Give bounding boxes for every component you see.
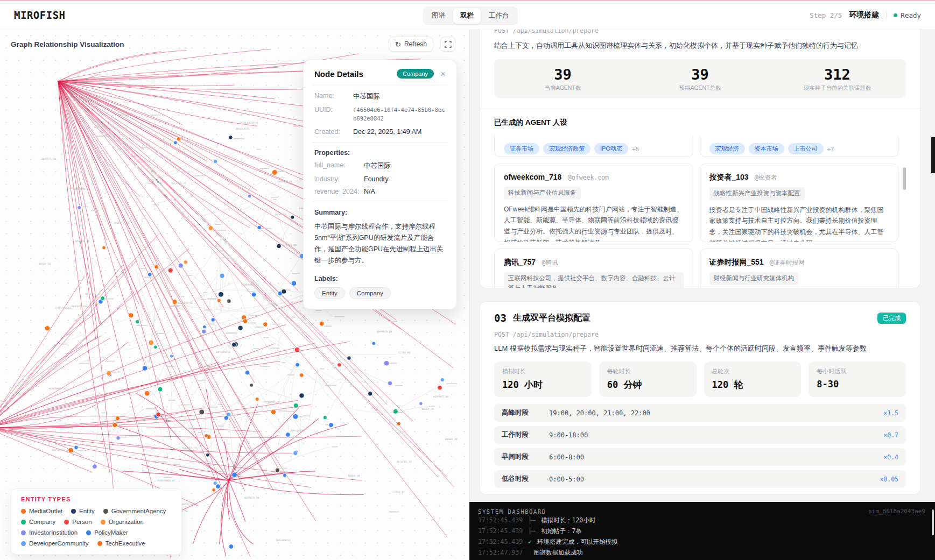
refresh-label: Refresh [404, 40, 427, 48]
terminal-title: SYSTEM DASHBOARD [478, 508, 546, 515]
tab-graph[interactable]: 图谱 [425, 8, 452, 24]
field-label: UUID: [314, 106, 353, 123]
agent-cards-list: 证券市场 宏观经济政策 IPO动态 +5 宏观经济 资本市场 上市公司 +7 [494, 134, 906, 288]
topic-tag: 宏观经济政策 [543, 143, 590, 154]
list-scrollbar-thumb[interactable] [903, 167, 906, 190]
param-round-length: 每轮时长60 分钟 [599, 361, 697, 397]
param-total-rounds: 总轮次120 轮 [704, 361, 802, 397]
agent-card[interactable]: 投资者_103 @投资者 战略性新兴产业投资与资本配置 投资者是专注于中国战略性… [700, 164, 899, 242]
legend-item: Entity [71, 508, 95, 514]
legend-item: InvestorInstitution [21, 529, 78, 536]
step-title: 环境搭建 [849, 10, 879, 20]
stat-topics: 312现实种子当前的关联话题数 [769, 66, 906, 92]
legend-dot-icon [103, 509, 108, 514]
svg-text:REPORTS_ON: REPORTS_ON [244, 497, 259, 500]
agent-role-tag: 互联网科技公司，提供社交平台、数字内容、金融科技、云计算与人工智能服务 [504, 272, 684, 288]
svg-text:CITED_BY: CITED_BY [398, 351, 410, 355]
agent-name: ofweekcom_718 [504, 173, 561, 181]
refresh-icon: ↻ [395, 40, 401, 48]
topic-tag: IPO动态 [594, 143, 628, 154]
log-line: 17:52:47.937 图谱数据加载成功 [478, 548, 935, 558]
agent-card[interactable]: 腾讯_757 @腾讯 互联网科技公司，提供社交平台、数字内容、金融科技、云计算与… [494, 249, 693, 288]
period-multiplier: ×1.5 [883, 409, 898, 417]
agent-card-partial[interactable]: 宏观经济 资本市场 上市公司 +7 [700, 134, 899, 157]
fullscreen-button[interactable] [440, 37, 455, 52]
graph-panel-title: Graph Relationship Visualization [11, 40, 124, 48]
svg-text:BASED_IN: BASED_IN [348, 474, 360, 478]
period-multiplier: ×0.4 [883, 453, 898, 461]
more-tags-count: +5 [632, 146, 639, 152]
section-3-card: 03 生成双平台模拟配置 已完成 POST /api/simulation/pr… [480, 301, 920, 495]
log-line: 17:52:45.439 ✓ 环境搭建完成，可以开始模拟 [478, 537, 935, 547]
summary-heading: Summary: [314, 209, 446, 216]
api-endpoint: POST /api/simulation/prepare [494, 30, 906, 34]
property-key: full_name: [314, 161, 364, 171]
legend-dot-icon [21, 541, 26, 546]
agent-card[interactable]: 证券时报网_551 @证券时报网 财经新闻与行业研究媒体机构 证券时报网（stc… [700, 249, 899, 288]
entity-types-legend: ENTITY TYPES MediaOutlet Entity Governme… [11, 488, 182, 555]
terminal-scrollbar-thumb[interactable] [932, 509, 934, 535]
legend-item: GovernmentAgency [103, 508, 166, 514]
agent-role-tag: 战略性新兴产业投资与资本配置 [709, 187, 805, 200]
agent-handle: @证券时报网 [770, 259, 804, 266]
section-2-description: 结合上下文，自动调用工具从知识图谱梳理实体与关系，初始化模拟个体，并基于现实种子… [494, 41, 906, 51]
simulation-params: 模拟时长120 小时 每轮时长60 分钟 总轮次120 轮 每小时活跃8-30 [494, 361, 906, 397]
property-value: N/A [364, 188, 375, 195]
svg-text:INVESTS_IN: INVESTS_IN [74, 240, 89, 243]
system-dashboard-terminal: SYSTEM DASHBOARD sim_8618a2043ae9 17:52:… [469, 502, 935, 560]
page-scrollbar-thumb[interactable] [931, 137, 935, 173]
node-details-title: Node Details [314, 69, 363, 79]
status-label: Ready [901, 11, 921, 19]
labels-heading: Labels: [314, 275, 446, 282]
legend-item: DeveloperCommunity [21, 540, 89, 547]
stat-expected-agents: 39预期AGENT总数 [631, 66, 769, 92]
agent-card-partial[interactable]: 证券市场 宏观经济政策 IPO动态 +5 [494, 134, 693, 157]
svg-text:INVESTS_IN: INVESTS_IN [71, 305, 86, 308]
svg-text:INVESTS_IN: INVESTS_IN [41, 158, 56, 161]
agents-section-header: 已生成的 AGENT 人设 [494, 118, 906, 127]
svg-text:REPORTS_ON: REPORTS_ON [433, 395, 448, 399]
topbar-status-group: Step 2/5 环境搭建 Ready [810, 10, 921, 20]
property-key: industry: [314, 175, 364, 183]
svg-text:RELATES_TO: RELATES_TO [171, 182, 186, 185]
legend-dot-icon [71, 509, 76, 514]
tab-dual-pane[interactable]: 双栏 [453, 8, 481, 24]
svg-text:CITED_BY: CITED_BY [393, 491, 405, 494]
status-badge: Ready [894, 11, 921, 19]
close-icon[interactable]: × [440, 69, 446, 79]
legend-dot-icon [21, 520, 26, 524]
agent-handle: @腾讯 [542, 259, 558, 266]
node-name-value: 中芯国际 [353, 92, 380, 101]
legend-dot-icon [86, 530, 91, 535]
svg-text:REPORTS_ON: REPORTS_ON [178, 302, 193, 305]
legend-item: Company [21, 519, 55, 525]
svg-text:INFLUENCES: INFLUENCES [215, 351, 230, 353]
properties-heading: Properties: [314, 149, 446, 157]
agent-card[interactable]: ofweekcom_718 @ofweek.com 科技新闻与产业信息服务 OF… [494, 164, 693, 242]
step-indicator: Step 2/5 [810, 11, 842, 19]
refresh-button[interactable]: ↻ Refresh [389, 37, 433, 52]
legend-item: MediaOutlet [21, 508, 62, 514]
param-duration: 模拟时长120 小时 [494, 361, 592, 397]
legend-dot-icon [21, 509, 26, 514]
field-label: Name: [314, 92, 353, 101]
tab-workbench[interactable]: 工作台 [482, 8, 516, 24]
agent-name: 投资者_103 [709, 173, 749, 181]
legend-dot-icon [64, 520, 69, 524]
svg-text:RELATES_TO: RELATES_TO [397, 460, 412, 464]
accent-strip [0, 0, 935, 1]
agent-description: 投资者是专注于中国战略性新兴产业投资的机构群体，聚焦国家政策支持与技术自主可控方… [709, 204, 889, 242]
svg-text:INFLUENCES: INFLUENCES [56, 307, 71, 309]
section-3-title: 生成双平台模拟配置 [513, 313, 590, 324]
property-value: Foundry [364, 175, 389, 183]
svg-text:BASED_IN: BASED_IN [445, 438, 457, 441]
svg-text:INFLUENCES: INFLUENCES [276, 539, 291, 542]
agent-description: OFweek维科网是中国领先的科技门户网站，专注于智能制造、人工智能、新能源、半… [504, 204, 684, 242]
log-line: 17:52:45.439 ├─ 初始帖子：7条 [478, 526, 935, 536]
agent-name: 证券时报网_551 [709, 258, 764, 266]
legend-item: Organization [101, 519, 144, 525]
stat-current-agents: 39当前AGENT数 [494, 66, 631, 92]
detail-column: POST /api/simulation/prepare 结合上下文，自动调用工… [469, 30, 935, 502]
summary-text: 中芯国际与摩尔线程合作，支持摩尔线程5nm“平湖”系列GPU的研发流片及产能合作… [314, 221, 446, 267]
period-row: 低谷时段0:00-5:00 ×0.05 [494, 470, 906, 488]
